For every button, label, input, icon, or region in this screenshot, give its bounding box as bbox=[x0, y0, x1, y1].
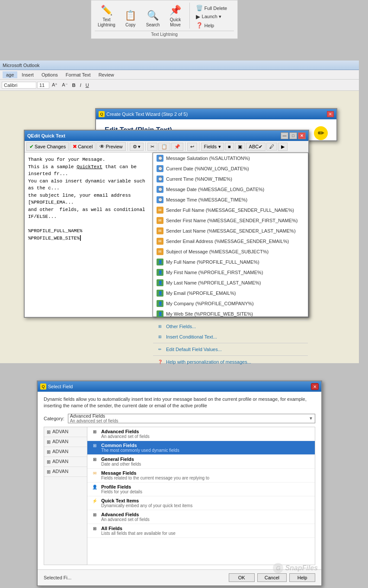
quick-move-button[interactable]: 📌 Quick Move bbox=[165, 2, 186, 29]
toolbar-sep-1 bbox=[128, 142, 128, 151]
launch-label: Launch ▾ bbox=[202, 14, 221, 19]
font-size[interactable]: 11 bbox=[37, 82, 49, 89]
menu-item-options[interactable]: Options bbox=[38, 71, 61, 78]
field-subject[interactable]: ✉ Subject of Message (%MESSAGE_SUBJECT%) bbox=[153, 246, 308, 257]
highlight-button[interactable]: ■ bbox=[225, 143, 234, 150]
sf-option-common[interactable]: ⊞ Common Fields The most commonly used d… bbox=[87, 441, 315, 455]
sf-close-button[interactable]: ✕ bbox=[311, 383, 319, 390]
preview-button[interactable]: 👁 Preview bbox=[96, 142, 125, 151]
sf-option-general[interactable]: ⊞ General Fields Date and other fields bbox=[87, 455, 315, 469]
insert-conditional-action[interactable]: ⊞ Insert Conditional Text... bbox=[153, 332, 308, 342]
sf-left-item-2[interactable]: ⊞ ADVAN bbox=[44, 437, 87, 447]
sf-option-advanced2[interactable]: ⊞ Advanced Fields An advanced set of fie… bbox=[87, 510, 315, 524]
sf-cancel-button[interactable]: Cancel bbox=[257, 573, 287, 582]
field-current-date[interactable]: ⌚ Current Date (%NOW_LONG_DATE%) bbox=[153, 163, 308, 174]
field-current-time[interactable]: ⌚ Current Time (%NOW_TIME%) bbox=[153, 174, 308, 184]
other-fields-action[interactable]: ⊞ Other Fields... bbox=[153, 321, 308, 332]
snapfiles-watermark: G SnapFiles bbox=[273, 563, 315, 565]
left-item-icon-3: ⊞ bbox=[47, 449, 51, 455]
save-changes-label: Save Changes bbox=[35, 144, 66, 149]
field-my-last[interactable]: 👤 My Last Name (%PROFILE_LAST_NAME%) bbox=[153, 278, 308, 288]
search-button[interactable]: 🔍 Search bbox=[143, 7, 163, 29]
save-changes-button[interactable]: ✔ Save Changes bbox=[26, 142, 69, 151]
text-lightning-button[interactable]: ✏️ Text Lightning bbox=[95, 2, 118, 29]
fields-button[interactable]: Fields ▾ bbox=[201, 143, 224, 151]
copy-button[interactable]: 📋 Copy bbox=[120, 7, 141, 29]
extra-btn-2[interactable]: 🖊 bbox=[266, 143, 277, 150]
field-my-company[interactable]: 👤 My Company (%PROFILE_COMPANY%) bbox=[153, 298, 308, 309]
close-button[interactable]: ✕ bbox=[298, 132, 306, 139]
full-delete-button[interactable]: 🗑️ Full Delete bbox=[195, 4, 228, 12]
sf-left-item-3[interactable]: ⊞ ADVAN bbox=[44, 447, 87, 457]
field-sender-full[interactable]: ✉ Sender Full Name (%MESSAGE_SENDER_FULL… bbox=[153, 205, 308, 215]
sf-left-item-4[interactable]: ⊞ ADVAN bbox=[44, 457, 87, 467]
spell-button[interactable]: ABC✔ bbox=[246, 143, 266, 151]
cancel-icon: ✖ bbox=[73, 144, 77, 150]
menu-item-message[interactable]: age bbox=[3, 71, 17, 78]
ribbon-buttons: ✏️ Text Lightning 📋 Copy 🔍 Search 📌 Quic… bbox=[95, 2, 234, 29]
grow-font-icon[interactable]: A⁺ bbox=[50, 81, 59, 89]
launch-button[interactable]: ▶ Launch ▾ bbox=[195, 13, 228, 20]
option-icon-general: ⊞ bbox=[92, 457, 98, 463]
sf-description: Dynamic fields allow you to automaticall… bbox=[44, 396, 315, 409]
scroll-right[interactable]: ▶ bbox=[278, 143, 288, 151]
field-message-date[interactable]: ⌚ Message Date (%MESSAGE_LONG_DATE%) bbox=[153, 184, 308, 195]
sf-option-profile[interactable]: 👤 Profile Fields Fields for your details bbox=[87, 483, 315, 496]
cancel-label: Cancel bbox=[78, 144, 93, 149]
edit-qt-content: Thank you for your Message. This is a sa… bbox=[25, 153, 308, 317]
sf-help-button[interactable]: Help bbox=[289, 573, 315, 582]
sf-left-panel: ⊞ ADVAN ⊞ ADVAN ⊞ ADVAN ⊞ ADVAN bbox=[44, 427, 87, 565]
field-sender-first[interactable]: ✉ Sender First Name (%MESSAGE_SENDER_FIR… bbox=[153, 215, 308, 226]
sf-option-quicktext[interactable]: ⚡ Quick Text Items Dynamically embed any… bbox=[87, 496, 315, 510]
sf-option-advanced[interactable]: ⊞ Advanced Fields An advanced set of fie… bbox=[87, 427, 315, 441]
sf-ok-button[interactable]: OK bbox=[229, 573, 255, 582]
field-sender-last[interactable]: ✉ Sender Last Name (%MESSAGE_SENDER_LAST… bbox=[153, 226, 308, 236]
bold-button[interactable]: B bbox=[70, 82, 77, 89]
sf-category-dropdown[interactable]: Advanced Fields An advanced set of field… bbox=[68, 414, 315, 423]
fields-label: Fields bbox=[204, 144, 217, 149]
shrink-font-icon[interactable]: A⁻ bbox=[60, 81, 69, 89]
copy-text-button[interactable]: 📋 bbox=[158, 143, 170, 151]
other-fields-icon: ⊞ bbox=[157, 323, 163, 330]
menu-item-review[interactable]: Review bbox=[95, 71, 118, 78]
minimize-button[interactable]: — bbox=[281, 132, 288, 139]
sf-left-item-5[interactable]: ⊞ ADVAN bbox=[44, 467, 87, 477]
option-name-message: Message Fields bbox=[101, 470, 209, 476]
italic-button[interactable]: I bbox=[78, 82, 83, 89]
quick-move-label: Quick Move bbox=[170, 17, 181, 28]
text-line-5: and other fields, as well as conditional… bbox=[28, 206, 149, 220]
edit-default-action[interactable]: ✏ Edit Default Field Values... bbox=[153, 344, 308, 355]
edit-qt-text[interactable]: Thank you for your Message. This is a sa… bbox=[25, 153, 153, 317]
field-message-time[interactable]: ⌚ Message Time (%MESSAGE_TIME%) bbox=[153, 195, 308, 205]
edit-qt-title-text: Edit Quick Text bbox=[31, 133, 281, 138]
field-my-email[interactable]: 👤 My Email (%PROFILE_EMAIL%) bbox=[153, 288, 308, 298]
field-msg-salutation[interactable]: ⌚ Message Salutation (%SALUTATION%) bbox=[153, 153, 308, 163]
field-sep-1 bbox=[153, 320, 308, 320]
field-sender-email[interactable]: ✉ Sender Email Address (%MESSAGE_SENDER_… bbox=[153, 236, 308, 246]
cut-button[interactable]: ✂ bbox=[147, 143, 157, 151]
paste-button[interactable]: 📌 bbox=[171, 143, 183, 151]
help-button[interactable]: ❓ Help bbox=[195, 22, 228, 29]
menu-item-insert[interactable]: Insert bbox=[18, 71, 37, 78]
option-desc-quicktext: Dynamically embed any of your quick text… bbox=[101, 503, 192, 508]
field-my-full-name[interactable]: 👤 My Full Name (%PROFILE_FULL_NAME%) bbox=[153, 257, 308, 267]
wizard-close-button[interactable]: ✕ bbox=[327, 111, 334, 117]
field-sep-3 bbox=[153, 355, 308, 356]
field-my-website[interactable]: 👤 My Web Site (%PROFILE_WEB_SITE%) bbox=[153, 309, 308, 319]
cancel-button[interactable]: ✖ Cancel bbox=[70, 142, 96, 151]
sf-option-message[interactable]: ✉ Message Fields Fields related to the c… bbox=[87, 469, 315, 483]
undo-button[interactable]: ↩ bbox=[187, 143, 197, 151]
sf-left-item-1[interactable]: ⊞ ADVAN bbox=[44, 427, 87, 437]
field-my-first[interactable]: 👤 My First Name (%PROFILE_FIRST_NAME%) bbox=[153, 267, 308, 278]
sf-category-text: Advanced Fields An advanced set of field… bbox=[70, 413, 309, 423]
copy-icon: 📋 bbox=[124, 9, 138, 22]
font-selector[interactable]: Calibri bbox=[2, 82, 36, 89]
extra-btn-1[interactable]: ▣ bbox=[235, 143, 245, 151]
fields-arrow: ▾ bbox=[218, 144, 221, 150]
maximize-button[interactable]: □ bbox=[289, 132, 297, 139]
sf-option-all[interactable]: ⊞ All Fields Lists all fields that are a… bbox=[87, 524, 315, 538]
help-personalization-action[interactable]: ❓ Help with personalization of messages.… bbox=[153, 357, 308, 367]
menu-item-format[interactable]: Format Text bbox=[62, 71, 94, 78]
format-button[interactable]: ⚙ ▾ bbox=[130, 143, 144, 151]
underline-button[interactable]: U bbox=[84, 82, 91, 89]
